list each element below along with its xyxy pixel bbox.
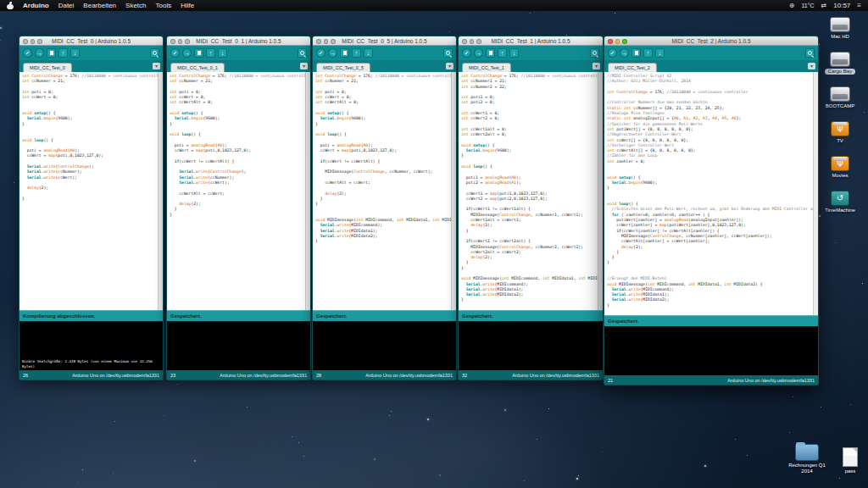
sync-icon[interactable]: ⇄ [821, 2, 827, 9]
minimize-button[interactable] [470, 39, 475, 44]
sketch-tab[interactable]: MIDI_CC_Test_2 [608, 63, 657, 72]
window-titlebar[interactable]: MIDI_CC_Test_1 | Arduino 1.0.5 [459, 36, 603, 46]
menu-items: ArduinoDateiBearbeitenSketchToolsHilfe [23, 2, 194, 9]
close-button[interactable] [23, 39, 28, 44]
status-message: Gespeichert. [170, 313, 201, 319]
serial-monitor-button[interactable] [150, 48, 159, 58]
zoom-button[interactable] [331, 39, 336, 44]
open-button[interactable]: ↑ [58, 48, 68, 58]
window-titlebar[interactable]: MIDI_CC_Test_0 | Arduino 1.0.5 [19, 36, 163, 46]
desktop-icon-cargo-bay[interactable]: Cargo Bay [814, 52, 866, 75]
tab-bar: MIDI_CC_Test_0_1 ▾ [167, 60, 310, 72]
apple-menu-icon[interactable] [7, 3, 14, 9]
menu-item-arduino[interactable]: Arduino [23, 2, 49, 9]
code-editor[interactable]: int ControlChange = 176; //10110000 = co… [313, 72, 456, 310]
new-sketch-button[interactable] [194, 48, 203, 58]
desktop-icon-timemachine[interactable]: ↺TimeMachine [814, 191, 866, 214]
new-sketch-button[interactable] [486, 48, 495, 58]
minimize-button[interactable] [324, 39, 329, 44]
serial-monitor-button[interactable] [590, 48, 599, 58]
sketch-tab[interactable]: MIDI_CC_Test_1 [462, 63, 511, 72]
editor-scrollbar[interactable] [451, 72, 456, 310]
desktop-icon-rechnungen-q1-2014[interactable]: Rechnungen Q1 2014 [785, 444, 829, 474]
serial-monitor-button[interactable] [298, 48, 307, 58]
new-sketch-button[interactable] [340, 48, 349, 58]
editor-scrollbar[interactable] [598, 72, 603, 310]
footer-bar: 23 Arduino Uno on /dev/tty.usbmodemfa133… [167, 370, 310, 380]
editor-scrollbar[interactable] [305, 72, 310, 310]
save-button[interactable]: ↓ [509, 48, 519, 58]
desktop-icon-pass[interactable]: pass [843, 447, 858, 474]
serial-monitor-icon [593, 51, 597, 55]
upload-button[interactable]: → [328, 48, 337, 58]
save-button[interactable]: ↓ [364, 48, 373, 58]
verify-button[interactable]: ✓ [23, 48, 32, 58]
drive-label: Movies [832, 173, 848, 179]
sketch-tab[interactable]: MIDI_CC_Test_0_5 [316, 63, 370, 72]
tab-menu-button[interactable]: ▾ [808, 63, 815, 69]
tab-menu-button[interactable]: ▾ [300, 63, 308, 69]
editor-scrollbar[interactable] [158, 72, 163, 310]
open-button[interactable]: ↑ [643, 48, 653, 58]
upload-button[interactable]: → [35, 48, 44, 58]
tab-menu-button[interactable]: ▾ [446, 63, 453, 69]
verify-button[interactable]: ✓ [608, 48, 617, 58]
new-sketch-button[interactable] [47, 48, 56, 58]
save-button[interactable]: ↓ [70, 48, 80, 58]
zoom-button[interactable] [37, 39, 42, 44]
new-sketch-icon [489, 51, 492, 56]
upload-button[interactable]: → [474, 48, 483, 58]
sketch-tab[interactable]: MIDI_CC_Test_0 [23, 63, 72, 72]
document-icon [843, 447, 858, 467]
tab-menu-button[interactable]: ▾ [153, 63, 160, 69]
close-button[interactable] [608, 39, 613, 44]
notification-center-icon[interactable]: ≡ [857, 2, 861, 9]
desktop-icon-mac-hd[interactable]: Mac HD [814, 17, 866, 40]
menu-extra-icon[interactable]: ⊕ [789, 2, 795, 9]
menu-item-datei[interactable]: Datei [58, 2, 75, 9]
minimize-button[interactable] [178, 39, 183, 44]
desktop-icon-tv[interactable]: ΨTV [814, 121, 866, 144]
weather-menu-extra[interactable]: 11°C [801, 3, 814, 8]
verify-button[interactable]: ✓ [462, 48, 471, 58]
desktop-icon-movies[interactable]: ΨMovies [814, 156, 866, 179]
menu-clock[interactable]: 10:57 [833, 2, 850, 9]
upload-button[interactable]: → [620, 48, 629, 58]
menu-item-hilfe[interactable]: Hilfe [181, 2, 194, 9]
code-editor[interactable]: int ControlChange = 176; //10110000 = co… [459, 72, 603, 310]
upload-button[interactable]: → [182, 48, 192, 58]
close-button[interactable] [316, 39, 321, 44]
code-editor[interactable]: int ControlChange = 176; //10110000 = co… [167, 72, 310, 310]
menu-item-bearbeiten[interactable]: Bearbeiten [83, 2, 116, 9]
close-button[interactable] [170, 39, 175, 44]
save-button[interactable]: ↓ [218, 48, 227, 58]
save-button[interactable]: ↓ [655, 48, 665, 58]
sketch-code: int ControlChange = 176; //10110000 = co… [459, 72, 603, 305]
editor-scrollbar[interactable] [813, 72, 818, 315]
serial-monitor-button[interactable] [805, 48, 815, 58]
open-button[interactable]: ↑ [498, 48, 507, 58]
zoom-button[interactable] [185, 39, 190, 44]
serial-monitor-button[interactable] [443, 48, 453, 58]
tab-menu-button[interactable]: ▾ [593, 63, 600, 69]
desktop-icon-bootcamp[interactable]: BOOTCAMP [814, 86, 866, 109]
minimize-button[interactable] [615, 39, 620, 44]
minimize-button[interactable] [31, 39, 36, 44]
zoom-button[interactable] [476, 39, 481, 44]
close-button[interactable] [462, 39, 467, 44]
window-titlebar[interactable]: MIDI_CC_Test_0_1 | Arduino 1.0.5 [167, 36, 310, 46]
zoom-button[interactable] [622, 39, 627, 44]
open-button[interactable]: ↑ [206, 48, 215, 58]
sketch-tab[interactable]: MIDI_CC_Test_0_1 [170, 63, 225, 72]
footer-bar: 28 Arduino Uno on /dev/tty.usbmodemfa133… [313, 370, 456, 380]
code-editor[interactable]: //MIDI-Controller Script V2 //Author: Gö… [604, 72, 818, 315]
menu-item-sketch[interactable]: Sketch [125, 2, 146, 9]
open-button[interactable]: ↑ [352, 48, 361, 58]
verify-button[interactable]: ✓ [170, 48, 180, 58]
new-sketch-button[interactable] [632, 48, 641, 58]
verify-button[interactable]: ✓ [316, 48, 326, 58]
code-editor[interactable]: int ControlChange = 176; //10110000 = co… [19, 72, 163, 310]
window-titlebar[interactable]: MIDI_CC_Test_2 | Arduino 1.0.5 [604, 36, 818, 46]
menu-item-tools[interactable]: Tools [156, 2, 172, 9]
window-titlebar[interactable]: MIDI_CC_Test_0_5 | Arduino 1.0.5 [313, 36, 456, 46]
